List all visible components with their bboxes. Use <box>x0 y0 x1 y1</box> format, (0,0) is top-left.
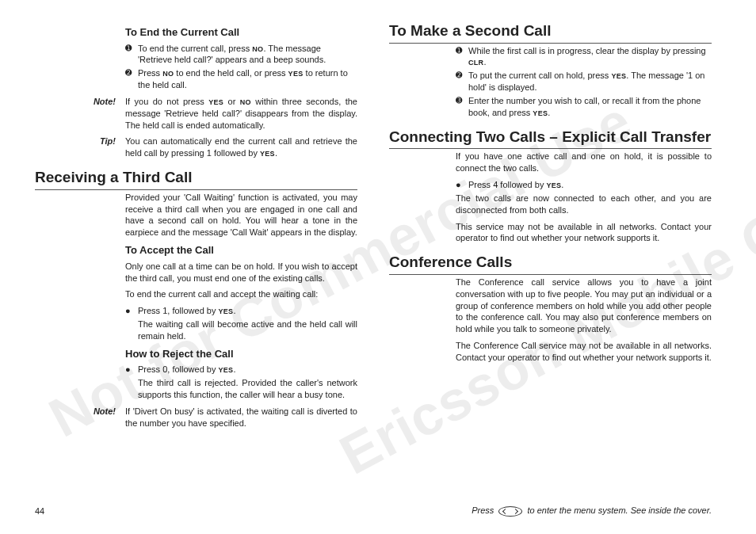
footer-hint: Press to enter the menu system. See insi… <box>472 505 712 517</box>
heading-receiving-third-call: Receiving a Third Call <box>35 167 357 190</box>
page-body: To End the Current Call ➊To end the curr… <box>0 0 756 491</box>
page-number: 44 <box>35 506 44 516</box>
num-1-icon: ➊ <box>125 43 138 67</box>
bullet-text: Press 4 followed by YES. <box>468 179 563 191</box>
note-row: Note! If you do not press YES or NO with… <box>35 96 357 132</box>
num-2-icon: ➋ <box>456 70 468 93</box>
list-text: Enter the number you wish to call, or re… <box>468 95 712 119</box>
heading-connecting-two-calls: Connecting Two Calls – Explicit Call Tra… <box>389 127 712 150</box>
list-text: To put the current call on hold, press Y… <box>468 70 712 93</box>
note-label: Note! <box>35 96 125 132</box>
heading-reject-call: How to Reject the Call <box>125 347 357 361</box>
list-text: To end the current call, press NO. The m… <box>138 43 357 67</box>
paragraph: To end the current call and accept the w… <box>125 288 357 300</box>
note-body: If you do not press YES or NO within thr… <box>125 96 357 132</box>
paragraph: The Conference Call service may not be a… <box>456 340 712 364</box>
bullet-icon: ● <box>125 364 138 376</box>
heading-make-second-call: To Make a Second Call <box>389 21 712 44</box>
note-row: Note! If 'Divert On busy' is activated, … <box>35 406 357 429</box>
num-2-icon: ➋ <box>125 67 138 91</box>
heading-accept-call: To Accept the Call <box>125 243 357 257</box>
sub-paragraph: The third call is rejected. Provided the… <box>138 377 357 401</box>
tip-label: Tip! <box>35 135 125 159</box>
bullet-item: ●Press 0, followed by YES. <box>125 364 357 376</box>
paragraph: This service may not be available in all… <box>456 221 712 245</box>
footer-hint-post: to enter the menu system. See inside the… <box>527 505 712 515</box>
tip-row: Tip! You can automatically end the curre… <box>35 135 357 159</box>
list-item: ➋To put the current call on hold, press … <box>456 70 712 93</box>
heading-end-current-call: To End the Current Call <box>125 25 357 40</box>
bullet-item: ●Press 4 followed by YES. <box>456 179 712 191</box>
paragraph: The Conference call service allows you t… <box>456 277 712 335</box>
list-text: While the first call is in progress, cle… <box>468 45 712 69</box>
num-1-icon: ➊ <box>456 45 468 69</box>
note-label: Note! <box>35 406 125 429</box>
bullet-item: ●Press 1, followed by YES. <box>125 305 357 317</box>
paragraph: If you have one active call and one on h… <box>456 151 712 174</box>
list-text: Press NO to end the held call, or press … <box>138 67 357 91</box>
right-column: To Make a Second Call ➊While the first c… <box>389 21 712 483</box>
list-item: ➊To end the current call, press NO. The … <box>125 43 357 67</box>
bullet-icon: ● <box>125 305 138 317</box>
note-body: If 'Divert On busy' is activated, the wa… <box>125 406 357 429</box>
left-column: To End the Current Call ➊To end the curr… <box>35 21 357 483</box>
nav-oval-icon <box>498 506 522 517</box>
sub-paragraph: The waiting call will become active and … <box>138 318 357 342</box>
paragraph: Only one call at a time can be on hold. … <box>125 261 357 284</box>
num-3-icon: ➌ <box>456 95 468 119</box>
footer-hint-pre: Press <box>472 505 496 515</box>
page-footer: 44 Press to enter the menu system. See i… <box>35 505 712 517</box>
paragraph: The two calls are now connected to each … <box>456 193 712 216</box>
bullet-text: Press 1, followed by YES. <box>138 305 235 317</box>
list-item: ➌Enter the number you wish to call, or r… <box>456 95 712 119</box>
paragraph: Provided your 'Call Waiting' function is… <box>125 192 357 238</box>
list-item: ➊While the first call is in progress, cl… <box>456 45 712 69</box>
tip-body: You can automatically end the current ca… <box>125 135 357 159</box>
heading-conference-calls: Conference Calls <box>389 252 712 275</box>
bullet-icon: ● <box>456 179 468 191</box>
bullet-text: Press 0, followed by YES. <box>138 364 235 376</box>
list-item: ➋Press NO to end the held call, or press… <box>125 67 357 91</box>
